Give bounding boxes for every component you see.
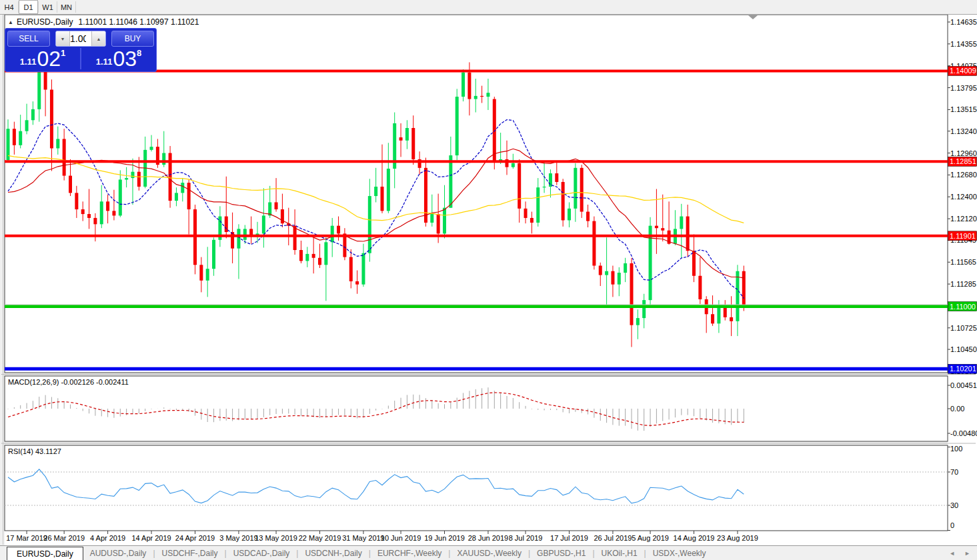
date-tick-label: 26 Jul 2019: [594, 534, 632, 542]
buy-price-big: 03: [113, 49, 137, 69]
buy-price-prefix: 1.11: [96, 55, 113, 69]
sell-button[interactable]: SELL: [7, 31, 50, 47]
date-tick-label: 14 Aug 2019: [674, 534, 715, 542]
macd-label: MACD(12,26,9) -0.002126 -0.002411: [8, 378, 129, 386]
sell-price-display: 1.11 02 1: [5, 47, 80, 71]
macd-tick-label: 0.004517: [950, 381, 977, 389]
timeframe-button-D1[interactable]: D1: [19, 0, 38, 14]
sell-price-big: 02: [37, 49, 61, 69]
date-tick-label: 23 Aug 2019: [717, 534, 758, 542]
volume-input[interactable]: [70, 31, 91, 46]
svg-text:1.11901: 1.11901: [950, 232, 976, 240]
rsi-tick-label: 0: [950, 521, 954, 529]
price-badge-1.14009: 1.14009: [948, 66, 977, 75]
chart-tab-usdx-weekly[interactable]: USDX-,Weekly: [646, 549, 713, 558]
price-tick-label: 1.10450: [950, 345, 977, 353]
date-tick-label: 31 May 2019: [342, 534, 385, 542]
volume-increase-button[interactable]: ▲: [91, 31, 105, 46]
chart-tab-eurusd-daily[interactable]: EURUSD-,Daily: [7, 547, 83, 560]
timeframe-button-H4[interactable]: H4: [0, 0, 18, 14]
rsi-tick-label: 70: [950, 468, 958, 476]
price-tick-label: 1.12400: [950, 193, 977, 201]
chart-tab-xauusd-weekly[interactable]: XAUUSD-,Weekly: [450, 549, 528, 558]
tabs-scroll-left-icon[interactable]: ◄: [949, 550, 955, 557]
buy-price-sup: 8: [137, 48, 141, 58]
date-tick-label: 3 May 2019: [219, 534, 257, 542]
price-tick-label: 1.13240: [950, 127, 977, 135]
price-tick-label: 1.12960: [950, 149, 977, 157]
price-tick-label: 1.12120: [950, 215, 977, 223]
chart-canvas[interactable]: 1.146351.143551.140751.137951.135151.132…: [0, 0, 977, 560]
date-tick-label: 17 Mar 2019: [6, 534, 47, 542]
chart-tab-eurchf-weekly[interactable]: EURCHF-,Weekly: [371, 549, 448, 558]
rsi-label: RSI(14) 43.1127: [8, 447, 61, 455]
tab-scroll-nav: ◄ ►: [949, 546, 970, 560]
chart-tab-usdcad-daily[interactable]: USDCAD-,Daily: [227, 549, 297, 558]
price-badge-1.10201: 1.10201: [948, 364, 977, 373]
collapse-chart-icon[interactable]: ▲: [8, 19, 13, 25]
price-tick-label: 1.13515: [950, 105, 977, 113]
price-tick-label: 1.11565: [950, 258, 976, 266]
buy-price-display: 1.11 03 8: [81, 47, 156, 71]
price-badge-1.11901: 1.11901: [948, 231, 977, 241]
price-tick-label: 1.14635: [950, 18, 977, 26]
svg-text:1.12851: 1.12851: [950, 157, 976, 165]
price-tick-label: 1.10725: [950, 324, 977, 332]
date-tick-label: 19 Jun 2019: [424, 534, 465, 542]
timeframe-button-W1[interactable]: W1: [39, 0, 57, 14]
toolbar-separator: [75, 1, 76, 13]
volume-stepper: ▼ ▲: [55, 31, 106, 47]
one-click-trading-panel: SELL ▼ ▲ BUY 1.11 02 1 1.11 03 8: [5, 28, 157, 72]
chart-tab-audusd-daily[interactable]: AUDUSD-,Daily: [83, 549, 153, 558]
buy-button[interactable]: BUY: [111, 31, 154, 47]
timeframe-button-MN[interactable]: MN: [57, 0, 75, 14]
date-tick-label: 4 Apr 2019: [90, 534, 125, 542]
chart-tab-usdcnh-daily[interactable]: USDCNH-,Daily: [298, 549, 368, 558]
timeframe-toolbar: H4D1W1MN: [0, 0, 977, 15]
chart-tab-bar: ◄ ► EURUSD-,DailyAUDUSD-,Daily|USDCHF-,D…: [0, 545, 977, 560]
date-tick-label: 8 Jul 2019: [509, 534, 543, 542]
date-tick-label: 13 May 2019: [255, 534, 297, 542]
sell-price-sup: 1: [61, 48, 65, 58]
chart-tab-usdchf-daily[interactable]: USDCHF-,Daily: [155, 549, 225, 558]
price-tick-label: 1.13795: [950, 84, 977, 92]
price-tick-label: 1.14355: [950, 40, 977, 48]
price-tick-label: 1.11285: [950, 280, 976, 288]
tabs-scroll-right-icon[interactable]: ►: [964, 550, 970, 557]
price-badge-1.12851: 1.12851: [948, 157, 977, 166]
date-tick-label: 14 Apr 2019: [131, 534, 171, 542]
symbol-period-label: EURUSD-,Daily: [17, 17, 73, 27]
date-tick-label: 26 Mar 2019: [43, 534, 85, 542]
date-tick-label: 28 Jun 2019: [468, 534, 509, 542]
chart-title: ▲EURUSD-,Daily1.11001 1.11046 1.10997 1.…: [8, 17, 199, 27]
chart-tab-ukoil-h1[interactable]: UKOil-,H1: [595, 549, 644, 558]
sell-price-prefix: 1.11: [20, 55, 37, 69]
macd-panel: [5, 376, 948, 441]
svg-text:1.10201: 1.10201: [950, 365, 976, 373]
rsi-tick-label: 100: [950, 445, 962, 453]
date-tick-label: 10 Jun 2019: [381, 534, 421, 542]
date-tick-label: 5 Aug 2019: [632, 534, 669, 542]
price-badge-1.11000: 1.11000: [948, 302, 977, 311]
svg-text:1.14009: 1.14009: [950, 67, 976, 75]
volume-decrease-button[interactable]: ▼: [56, 31, 70, 46]
date-tick-label: 17 Jul 2019: [550, 534, 588, 542]
macd-tick-label: 0.00: [950, 405, 964, 413]
svg-text:1.11000: 1.11000: [950, 303, 976, 311]
rsi-tick-label: 30: [950, 501, 958, 509]
rsi-panel: [5, 445, 948, 531]
ohlc-values: 1.11001 1.11046 1.10997 1.11021: [79, 17, 199, 27]
price-tick-label: 1.12680: [950, 171, 977, 179]
date-tick-label: 24 Apr 2019: [175, 534, 215, 542]
date-tick-label: 22 May 2019: [299, 534, 341, 542]
mt4-terminal: { "toolbar": { "timeframes": [ {"label":…: [0, 0, 977, 560]
chart-tab-gbpusd-h1[interactable]: GBPUSD-,H1: [530, 549, 592, 558]
macd-tick-label: -0.004806: [950, 429, 977, 437]
